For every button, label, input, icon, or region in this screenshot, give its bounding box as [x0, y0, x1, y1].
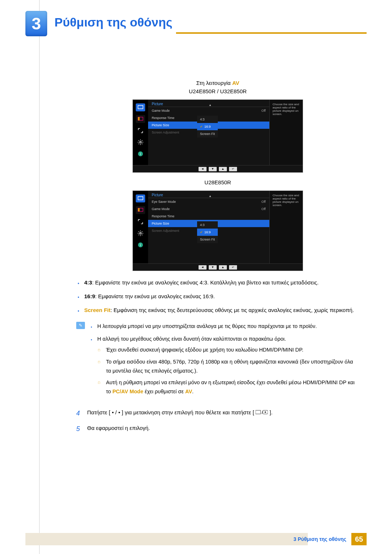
bullet-43: 4:3: Εμφανίστε την εικόνα με αναλογίες ε… — [76, 278, 359, 287]
row-response-time: Response Time — [152, 116, 175, 120]
bullet-169: 16:9: Εμφανίστε την εικόνα με αναλογίες … — [76, 292, 359, 301]
svg-rect-0 — [138, 106, 143, 109]
note-icon: ✎ — [76, 322, 85, 329]
opt-fit: Screen Fit — [200, 238, 215, 241]
row-eye-saver-value: Off — [261, 200, 266, 204]
page-number: 65 — [351, 533, 367, 545]
left-margin-rule — [39, 0, 40, 554]
chapter-number-badge: 3 — [25, 11, 47, 36]
footer-chapter-text: 3 Ρύθμιση της οθόνης — [294, 536, 346, 542]
svg-point-9 — [140, 233, 142, 234]
check-icon: ✔ — [200, 125, 203, 128]
row-screen-adjustment: Screen Adjustment — [152, 131, 179, 134]
nav-enter-icon: ↵ — [229, 167, 237, 171]
model-line-a: U24E850R / U32E850R — [76, 88, 359, 94]
osd-description: Choose the size and aspect ratio of the … — [269, 100, 303, 165]
row-game-mode: Game Mode — [152, 207, 170, 211]
nav-left-icon: ◄ — [199, 167, 207, 171]
opt-fit: Screen Fit — [200, 132, 215, 136]
picture-tab-icon — [136, 194, 145, 202]
sub-3b: έχει ρυθμιστεί σε — [143, 389, 185, 394]
bullet-169-label: 16:9 — [84, 293, 95, 299]
settings-tab-icon — [136, 138, 145, 146]
opt-43: 4:3 — [200, 223, 205, 227]
scroll-up-icon: ▲ — [209, 103, 212, 107]
model-line-b: U28E850R — [76, 179, 359, 185]
aspect-ratio-list: 4:3: Εμφανίστε την εικόνα με αναλογίες ε… — [76, 278, 359, 315]
note-2: Η αλλαγή του μεγέθους οθόνης είναι δυνατ… — [90, 335, 359, 396]
step-5-number: 5 — [76, 424, 82, 434]
osd-screenshot-b: i Picture ▲ Eye Saver ModeOff Game ModeO… — [132, 190, 303, 271]
mode-name: AV — [232, 80, 240, 86]
mode-intro-prefix: Στη λειτουργία — [196, 80, 232, 86]
step-5-text: Θα εφαρμοστεί η επιλογή. — [87, 424, 150, 434]
footer-bar — [25, 533, 308, 545]
svg-point-15 — [265, 411, 266, 413]
nav-down-icon: ▼ — [209, 265, 217, 270]
mode-intro: Στη λειτουργία AV — [76, 80, 359, 86]
page-footer: 3 Ρύθμιση της οθόνης 65 — [294, 533, 367, 545]
press-button-icon: / — [256, 409, 268, 418]
svg-point-3 — [140, 141, 142, 143]
title-underline — [176, 32, 367, 34]
note-2-text: Η αλλαγή του μεγέθους οθόνης είναι δυνατ… — [97, 336, 286, 342]
chapter-title: Ρύθμιση της οθόνης — [54, 15, 172, 29]
step-5: 5 Θα εφαρμοστεί η επιλογή. — [76, 424, 359, 434]
svg-rect-8 — [138, 208, 140, 212]
nav-up-icon: ▲ — [219, 265, 227, 270]
step-4-number: 4 — [76, 408, 82, 419]
svg-text:i: i — [140, 152, 141, 156]
row-game-mode-value: Off — [261, 207, 266, 211]
check-icon: ✔ — [200, 230, 203, 234]
chapter-header: 3 Ρύθμιση της οθόνης — [25, 11, 367, 36]
svg-rect-6 — [138, 197, 143, 200]
row-game-mode-value: Off — [261, 109, 266, 112]
bullet-screenfit-text: : Εμφάνιση της εικόνας της δευτερεύουσας… — [111, 307, 354, 313]
sub-3c: . — [192, 389, 193, 394]
row-picture-size: Picture Size — [152, 222, 169, 225]
pcav-mode-label: PC/AV Mode — [113, 389, 143, 394]
bullet-43-text: : Εμφανίστε την εικόνα με αναλογίες εικό… — [92, 279, 319, 286]
svg-text:i: i — [140, 243, 141, 247]
av-label: AV — [185, 389, 192, 394]
osd-screenshot-a: i Picture ▲ Game ModeOff Response Time P… — [132, 99, 303, 173]
row-response-time: Response Time — [152, 214, 175, 218]
bullet-169-text: : Εμφανίστε την εικόνα με αναλογίες εικό… — [95, 293, 215, 299]
nav-down-icon: ▼ — [209, 167, 217, 171]
step-4-text-b: ]. — [270, 409, 273, 415]
resize-tab-icon — [136, 218, 145, 226]
sub-1: Έχει συνδεθεί συσκευή ψηφιακής εξόδου με… — [97, 345, 359, 354]
sub-3: Αυτή η ρύθμιση μπορεί να επιλεγεί μόνο α… — [97, 378, 359, 396]
settings-tab-icon — [136, 229, 145, 237]
row-picture-size: Picture Size — [152, 123, 169, 127]
bullet-screenfit-label: Screen Fit — [84, 307, 111, 313]
opt-169: 16:9 — [204, 230, 211, 234]
scroll-up-icon: ▲ — [209, 194, 212, 198]
info-tab-icon: i — [136, 241, 145, 249]
opt-43: 4:3 — [200, 118, 205, 121]
bullet-screenfit: Screen Fit: Εμφάνιση της εικόνας της δευ… — [76, 306, 359, 315]
nav-up-icon: ▲ — [219, 167, 227, 171]
bullet-43-label: 4:3 — [84, 279, 92, 286]
opt-169: 16:9 — [204, 125, 211, 128]
osd-description: Choose the size and aspect ratio of the … — [269, 191, 303, 263]
color-tab-icon — [136, 115, 145, 123]
color-tab-icon — [136, 206, 145, 214]
nav-left-icon: ◄ — [199, 265, 207, 270]
resize-tab-icon — [136, 127, 145, 135]
nav-enter-icon: ↵ — [229, 265, 237, 270]
picture-tab-icon — [136, 103, 145, 111]
info-tab-icon: i — [136, 150, 145, 158]
row-screen-adjustment: Screen Adjustment — [152, 229, 179, 233]
row-eye-saver: Eye Saver Mode — [152, 200, 176, 204]
svg-rect-2 — [138, 117, 140, 120]
svg-rect-12 — [256, 410, 261, 414]
step-4-text-a: Πατήστε [ • / • ] για μετακίνηση στην επ… — [87, 409, 254, 415]
note-block: ✎ Η λειτουργία μπορεί να μην υποστηρίζετ… — [76, 322, 359, 399]
row-game-mode: Game Mode — [152, 109, 170, 112]
sub-2: Το σήμα εισόδου είναι 480p, 576p, 720p ή… — [97, 357, 359, 375]
step-4: 4 Πατήστε [ • / • ] για μετακίνηση στην … — [76, 408, 359, 419]
note-1: Η λειτουργία μπορεί να μην υποστηρίζεται… — [90, 322, 359, 331]
